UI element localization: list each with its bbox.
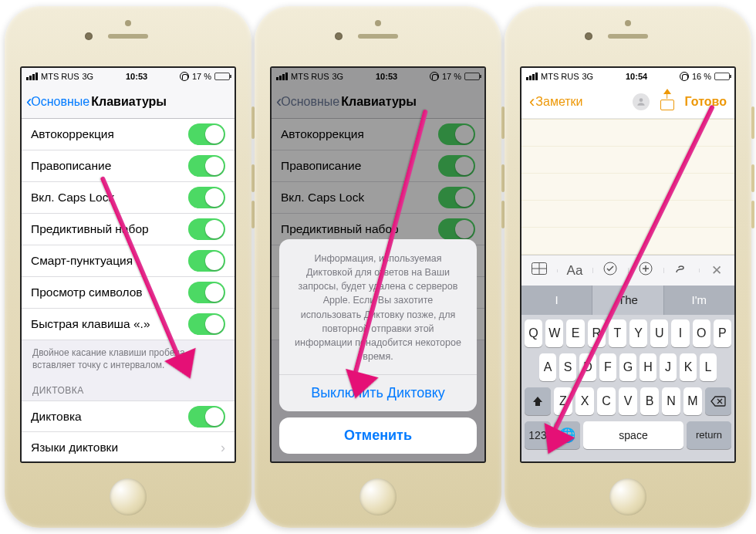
cell-dictation-languages[interactable]: Языки диктовки › — [22, 432, 235, 463]
battery-label: 16 % — [692, 72, 711, 81]
key-k[interactable]: K — [680, 353, 697, 381]
toggle-dictation[interactable] — [188, 406, 225, 428]
rotation-lock-icon — [180, 72, 189, 81]
cell-char-preview[interactable]: Просмотр символов — [22, 277, 235, 309]
key-row-2: A S D F G H J K L — [525, 353, 731, 381]
signal-icon — [526, 73, 538, 80]
key-c[interactable]: C — [597, 387, 616, 415]
share-icon[interactable] — [660, 93, 674, 110]
keyboard[interactable]: Q W E R T Y U I O P A S D F G — [521, 315, 734, 461]
front-camera — [585, 32, 592, 40]
key-q[interactable]: Q — [525, 319, 542, 347]
table-icon[interactable] — [521, 262, 557, 279]
key-l[interactable]: L — [700, 353, 717, 381]
toggle-shortcut[interactable] — [188, 313, 225, 335]
toggle-spelling[interactable] — [188, 155, 225, 177]
key-m[interactable]: M — [683, 387, 702, 415]
cell-period-shortcut[interactable]: Быстрая клавиша «.» — [22, 309, 235, 340]
toggle-caps[interactable] — [188, 187, 225, 208]
cell-smart-punct[interactable]: Смарт-пунктуация — [22, 245, 235, 277]
screen-3: MTS RUS 3G 10:54 16 % ‹Заметки Готово Aa — [520, 66, 736, 463]
svg-point-0 — [639, 98, 643, 102]
key-i[interactable]: I — [671, 319, 689, 347]
cell-spelling[interactable]: Правописание — [22, 150, 235, 182]
key-y[interactable]: Y — [629, 319, 647, 347]
return-key[interactable]: return — [687, 421, 731, 449]
sensor-dot — [375, 20, 381, 26]
key-f[interactable]: F — [599, 353, 616, 381]
cell-label: Быстрая клавиша «.» — [31, 317, 150, 331]
battery-icon — [214, 73, 230, 80]
cell-caps-lock[interactable]: Вкл. Caps Lock — [22, 182, 235, 214]
back-label: Заметки — [535, 95, 582, 109]
home-button[interactable] — [110, 478, 147, 515]
key-g[interactable]: G — [619, 353, 636, 381]
key-d[interactable]: D — [579, 353, 596, 381]
cell-autocorrect[interactable]: Автокоррекция — [22, 119, 235, 150]
key-v[interactable]: V — [619, 387, 637, 415]
draw-icon[interactable] — [663, 262, 699, 279]
suggestion-2[interactable]: The — [592, 286, 663, 315]
rotation-lock-icon — [680, 72, 689, 81]
backspace-key[interactable] — [705, 387, 731, 415]
clock: 10:54 — [626, 72, 647, 81]
settings-list[interactable]: Автокоррекция Правописание Вкл. Caps Loc… — [22, 119, 235, 463]
key-b[interactable]: B — [640, 387, 659, 415]
key-s[interactable]: S — [559, 353, 576, 381]
toggle-predictive[interactable] — [188, 218, 225, 240]
key-a[interactable]: A — [539, 353, 556, 381]
collaborate-icon[interactable] — [633, 93, 650, 110]
toggle-preview[interactable] — [188, 282, 225, 303]
add-attachment-icon[interactable] — [628, 262, 663, 279]
key-z[interactable]: Z — [554, 387, 572, 415]
key-u[interactable]: U — [650, 319, 668, 347]
suggestion-1[interactable]: I — [521, 286, 592, 315]
key-o[interactable]: O — [693, 319, 710, 347]
numbers-key[interactable]: 123 — [525, 421, 551, 449]
cell-label: Автокоррекция — [31, 127, 114, 141]
key-row-4: 123 🌐 space return — [525, 421, 731, 449]
phone-2: MTS RUS 3G 10:53 17 % ‹Основные Клавиату… — [255, 6, 501, 528]
key-x[interactable]: X — [575, 387, 594, 415]
shift-key[interactable] — [525, 387, 551, 415]
volume-down — [751, 201, 754, 228]
key-row-1: Q W E R T Y U I O P — [525, 319, 731, 347]
cell-label: Правописание — [31, 159, 111, 173]
disable-dictation-button[interactable]: Выключить Диктовку — [279, 374, 477, 411]
done-button[interactable]: Готово — [685, 95, 727, 109]
checklist-icon[interactable] — [592, 262, 628, 279]
cell-predictive[interactable]: Предиктивный набор — [22, 214, 235, 245]
toggle-smart[interactable] — [188, 250, 225, 272]
key-p[interactable]: P — [714, 319, 731, 347]
suggestion-3[interactable]: I'm — [663, 286, 734, 315]
back-notes-button[interactable]: ‹Заметки — [529, 92, 583, 112]
note-canvas[interactable] — [521, 119, 734, 257]
format-toolbar: Aa ✕ — [521, 255, 734, 286]
screen-1: MTS RUS 3G 10:53 17 % ‹Основные Клавиату… — [20, 66, 236, 463]
cell-dictation[interactable]: Диктовка — [22, 400, 235, 432]
chevron-right-icon: › — [221, 440, 225, 456]
sensor-dot — [625, 20, 631, 26]
home-button[interactable] — [609, 478, 646, 515]
toggle-autocorrect[interactable] — [188, 123, 225, 145]
phone-3: MTS RUS 3G 10:54 16 % ‹Заметки Готово Aa — [505, 6, 751, 528]
format-aa-button[interactable]: Aa — [557, 263, 592, 279]
notes-navbar: ‹Заметки Готово — [521, 85, 734, 119]
back-button[interactable]: ‹Основные — [26, 92, 89, 112]
key-t[interactable]: T — [609, 319, 626, 347]
status-bar: MTS RUS 3G 10:54 16 % — [521, 68, 734, 85]
space-key[interactable]: space — [583, 421, 683, 449]
key-e[interactable]: E — [566, 319, 584, 347]
key-n[interactable]: N — [662, 387, 680, 415]
battery-icon — [714, 73, 730, 80]
home-button[interactable] — [359, 478, 397, 515]
cancel-button[interactable]: Отменить — [279, 417, 477, 454]
key-r[interactable]: R — [588, 319, 606, 347]
close-toolbar-icon[interactable]: ✕ — [699, 262, 734, 279]
action-sheet: Информация, используемая Диктовкой для о… — [279, 239, 477, 454]
globe-key[interactable]: 🌐 — [554, 421, 580, 449]
key-w[interactable]: W — [545, 319, 563, 347]
key-j[interactable]: J — [660, 353, 677, 381]
key-h[interactable]: H — [640, 353, 656, 381]
clock: 10:53 — [126, 72, 147, 81]
